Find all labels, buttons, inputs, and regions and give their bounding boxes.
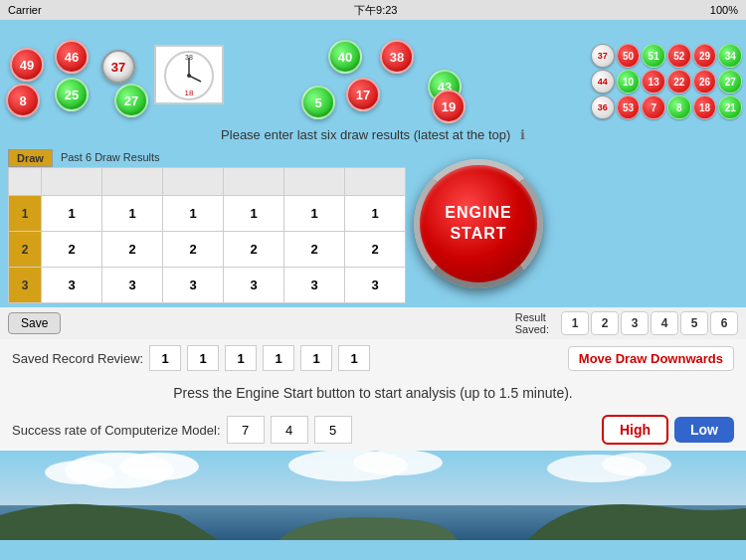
header-cell-2[interactable] xyxy=(102,168,163,196)
header-cell-6[interactable] xyxy=(345,168,406,196)
main-content: Draw Past 6 Draw Results 1 xyxy=(0,145,746,307)
side-ball-50: 50 xyxy=(617,44,641,68)
input-1-5[interactable] xyxy=(284,196,344,231)
input-2-5[interactable] xyxy=(284,232,344,267)
side-ball-53: 53 xyxy=(617,95,641,119)
ball-27: 27 xyxy=(114,84,148,117)
cell-1-2[interactable] xyxy=(102,196,163,232)
side-ball-21: 21 xyxy=(718,95,742,119)
header-cell-5[interactable] xyxy=(284,168,345,196)
side-ball-27b: 27 xyxy=(718,70,742,93)
landscape-svg xyxy=(0,451,746,540)
input-3-3[interactable] xyxy=(163,268,223,302)
side-ball-26: 26 xyxy=(693,70,717,93)
draw-table: 1 2 xyxy=(8,167,406,303)
cell-3-4[interactable] xyxy=(224,268,284,303)
header-input-4[interactable] xyxy=(224,168,283,195)
cell-2-3[interactable] xyxy=(163,232,224,268)
result-btn-1[interactable]: 1 xyxy=(561,311,589,335)
cell-2-6[interactable] xyxy=(345,232,406,268)
cell-2-2[interactable] xyxy=(102,232,163,268)
input-2-3[interactable] xyxy=(163,232,223,267)
svg-point-8 xyxy=(119,453,199,480)
saved-record-row: Saved Record Review: Move Draw Downwards xyxy=(0,339,746,377)
svg-point-11 xyxy=(353,451,443,475)
record-input-5[interactable] xyxy=(300,345,332,371)
cell-1-1[interactable] xyxy=(42,196,102,232)
cell-2-5[interactable] xyxy=(284,232,345,268)
cell-3-2[interactable] xyxy=(102,268,163,303)
success-input-3[interactable] xyxy=(314,416,352,444)
save-button[interactable]: Save xyxy=(8,312,61,334)
result-btn-6[interactable]: 6 xyxy=(710,311,738,335)
ball-49: 49 xyxy=(10,48,44,82)
cell-1-5[interactable] xyxy=(284,196,345,232)
cell-3-3[interactable] xyxy=(163,268,224,303)
cell-2-4[interactable] xyxy=(224,232,284,268)
header-input-3[interactable] xyxy=(163,168,223,195)
record-input-3[interactable] xyxy=(225,345,257,371)
input-3-2[interactable] xyxy=(102,268,162,302)
ball-38: 38 xyxy=(380,40,414,74)
cell-3-6[interactable] xyxy=(345,268,406,303)
record-input-1[interactable] xyxy=(149,345,181,371)
input-2-6[interactable] xyxy=(345,232,405,267)
table-header-row xyxy=(9,168,406,196)
saved-record-label: Saved Record Review: xyxy=(12,351,143,366)
input-2-2[interactable] xyxy=(102,232,162,267)
input-3-1[interactable] xyxy=(42,268,101,302)
input-3-5[interactable] xyxy=(284,268,344,302)
input-3-6[interactable] xyxy=(345,268,405,302)
result-btn-2[interactable]: 2 xyxy=(591,311,619,335)
cell-1-3[interactable] xyxy=(163,196,224,232)
past-label: Past 6 Draw Results xyxy=(53,149,168,167)
side-ball-37: 37 xyxy=(591,44,615,68)
header-input-5[interactable] xyxy=(284,168,344,195)
cell-1-4[interactable] xyxy=(224,196,284,232)
input-1-3[interactable] xyxy=(163,196,223,231)
record-input-4[interactable] xyxy=(263,345,294,371)
header-cell-1[interactable] xyxy=(42,168,102,196)
success-row: Success rate of Computerize Model: High … xyxy=(0,409,746,451)
header-input-6[interactable] xyxy=(345,168,405,195)
cell-3-1[interactable] xyxy=(42,268,102,303)
result-btn-3[interactable]: 3 xyxy=(621,311,649,335)
input-1-4[interactable] xyxy=(224,196,283,231)
result-btn-5[interactable]: 5 xyxy=(680,311,708,335)
instruction-text: Please enter last six draw results (late… xyxy=(221,127,510,142)
success-input-1[interactable] xyxy=(227,416,265,444)
low-button[interactable]: Low xyxy=(674,417,734,443)
input-1-2[interactable] xyxy=(102,196,162,231)
side-ball-36: 36 xyxy=(591,95,615,119)
table-row-3: 3 xyxy=(9,268,406,303)
input-1-6[interactable] xyxy=(345,196,405,231)
record-input-6[interactable] xyxy=(338,345,370,371)
result-btn-4[interactable]: 4 xyxy=(651,311,678,335)
header-cell-3[interactable] xyxy=(163,168,224,196)
side-ball-18: 18 xyxy=(693,95,717,119)
cell-2-1[interactable] xyxy=(42,232,102,268)
cell-3-5[interactable] xyxy=(284,268,345,303)
input-2-1[interactable] xyxy=(42,232,101,267)
record-input-2[interactable] xyxy=(187,345,219,371)
ball-37: 37 xyxy=(101,50,135,84)
side-ball-7: 7 xyxy=(642,95,665,119)
header-input-1[interactable] xyxy=(42,168,101,195)
side-ball-34: 34 xyxy=(718,44,742,68)
header-cell-4[interactable] xyxy=(224,168,284,196)
move-draw-button[interactable]: Move Draw Downwards xyxy=(568,346,734,371)
battery-label: 100% xyxy=(710,4,738,16)
input-1-1[interactable] xyxy=(42,196,101,231)
side-panel-row-2: 44 10 13 22 26 27 xyxy=(591,70,742,93)
high-button[interactable]: High xyxy=(602,415,668,445)
success-input-2[interactable] xyxy=(271,416,308,444)
side-panel: 37 50 51 52 29 34 44 10 13 22 26 27 36 5… xyxy=(587,40,746,125)
input-3-4[interactable] xyxy=(224,268,283,302)
header-input-2[interactable] xyxy=(102,168,162,195)
cell-1-6[interactable] xyxy=(345,196,406,232)
row-num-3: 3 xyxy=(9,268,42,303)
engine-section: ENGINESTART xyxy=(414,149,543,303)
engine-start-button[interactable]: ENGINESTART xyxy=(414,159,543,288)
carrier-label: Carrier xyxy=(8,4,42,16)
input-2-4[interactable] xyxy=(224,232,283,267)
